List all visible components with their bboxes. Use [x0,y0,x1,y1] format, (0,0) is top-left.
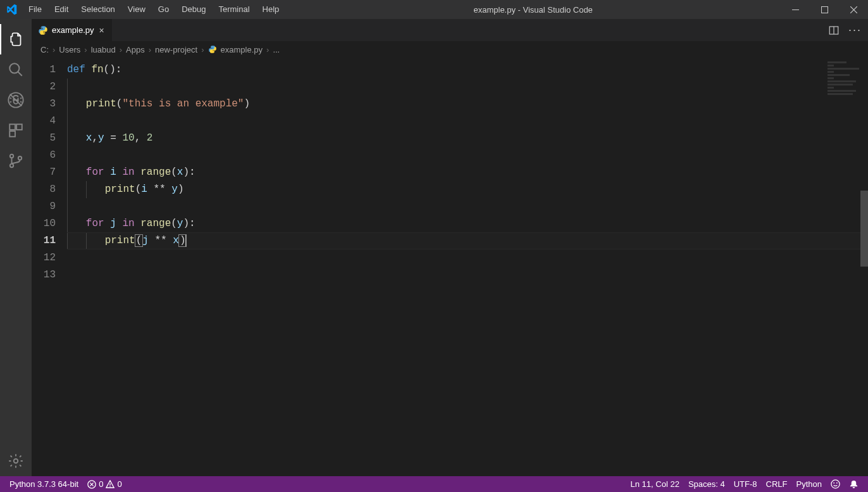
minimize-button[interactable] [781,0,810,19]
status-bar: Python 3.7.3 64-bit 0 0 Ln 11, Col 22 Sp… [0,476,868,492]
svg-point-8 [10,164,13,167]
warning-count: 0 [117,476,121,492]
menu-selection[interactable]: Selection [75,0,121,19]
minimap[interactable] [828,60,865,123]
svg-point-9 [18,156,22,160]
menu-terminal[interactable]: Terminal [212,0,256,19]
chevron-right-icon: › [53,45,55,54]
split-editor-icon[interactable] [828,25,840,36]
activity-bar [0,19,32,476]
title-bar: File Edit Selection View Go Debug Termin… [0,0,868,19]
window-title: example.py - Visual Studio Code [285,5,781,15]
svg-point-17 [833,483,834,484]
svg-point-7 [10,155,13,158]
status-interpreter[interactable]: Python 3.7.3 64-bit [5,476,83,492]
menu-go[interactable]: Go [152,0,175,19]
code-editor[interactable]: 12345678910111213 def fn(): print("this … [32,58,868,476]
svg-rect-0 [792,9,799,10]
svg-point-10 [14,459,18,464]
chevron-right-icon: › [149,45,151,54]
status-indentation[interactable]: Spaces: 4 [684,476,729,492]
tab-example-py[interactable]: example.py × [32,19,113,41]
breadcrumb-part[interactable]: C: [40,45,49,54]
activity-debug-disabled[interactable] [0,85,32,115]
svg-point-18 [836,483,838,484]
chevron-right-icon: › [266,45,269,54]
svg-point-2 [9,63,19,73]
scrollbar-thumb[interactable] [860,191,868,267]
status-eol[interactable]: CRLF [762,476,792,492]
activity-extensions[interactable] [0,115,32,146]
breadcrumb-part[interactable]: ... [273,45,280,54]
chevron-right-icon: › [201,45,204,54]
breadcrumb-part[interactable]: Apps [126,45,145,54]
python-file-icon [208,45,217,54]
activity-settings[interactable] [0,446,32,476]
status-language[interactable]: Python [792,476,826,492]
menu-bar: File Edit Selection View Go Debug Termin… [22,0,285,19]
chevron-right-icon: › [120,45,122,54]
maximize-button[interactable] [810,0,839,19]
svg-rect-4 [9,124,15,130]
tab-close-icon[interactable]: × [97,25,105,35]
svg-rect-6 [9,131,15,137]
chevron-right-icon: › [84,45,87,54]
menu-edit[interactable]: Edit [48,0,75,19]
activity-explorer[interactable] [0,24,32,54]
svg-rect-5 [16,124,22,130]
more-actions-icon[interactable]: ··· [848,23,862,37]
breadcrumb-part[interactable]: new-project [155,45,197,54]
line-number-gutter: 12345678910111213 [32,58,67,476]
activity-source-control[interactable] [0,146,32,176]
svg-point-16 [831,480,840,488]
warning-icon [106,480,115,489]
status-problems[interactable]: 0 0 [83,476,126,492]
error-icon [87,480,96,489]
vertical-scrollbar[interactable] [860,58,868,476]
status-cursor-position[interactable]: Ln 11, Col 22 [626,476,684,492]
svg-point-15 [110,486,111,486]
breadcrumb-part[interactable]: luabud [91,45,116,54]
error-count: 0 [99,476,103,492]
code-content[interactable]: def fn(): print("this is an example") x,… [67,58,868,476]
editor-area: example.py × ··· C:› Users› luabud› Apps… [32,19,868,476]
tab-label: example.py [52,25,94,35]
breadcrumb-part[interactable]: Users [59,45,80,54]
menu-help[interactable]: Help [256,0,286,19]
menu-view[interactable]: View [121,0,152,19]
tab-bar: example.py × ··· [32,19,868,41]
status-encoding[interactable]: UTF-8 [729,476,762,492]
vscode-logo-icon [0,4,22,15]
breadcrumb-part[interactable]: example.py [221,45,263,54]
menu-debug[interactable]: Debug [175,0,212,19]
menu-file[interactable]: File [22,0,48,19]
close-button[interactable] [839,0,868,19]
status-feedback-icon[interactable] [826,479,845,489]
window-controls [781,0,868,19]
svg-rect-1 [821,6,828,13]
breadcrumbs[interactable]: C:› Users› luabud› Apps› new-project› ex… [32,41,868,58]
status-notifications-icon[interactable] [845,479,863,489]
python-file-icon [38,25,48,35]
activity-search[interactable] [0,54,32,85]
